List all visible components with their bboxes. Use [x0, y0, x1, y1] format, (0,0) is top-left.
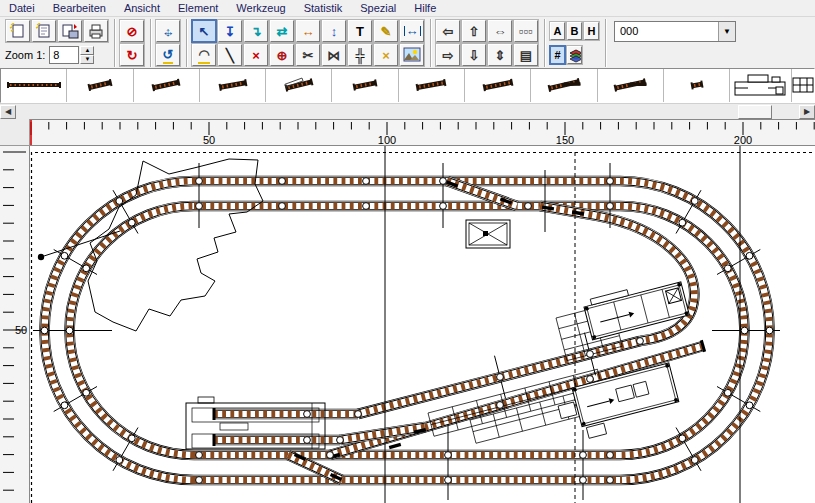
track-joint — [607, 178, 614, 185]
shift-right-button[interactable]: ⇨ — [436, 44, 460, 66]
insert-tool[interactable]: ↧ — [218, 20, 242, 42]
landscape-button[interactable] — [400, 44, 424, 66]
track-piece-8[interactable] — [465, 69, 531, 102]
arc-tool[interactable]: ◠ — [192, 44, 216, 66]
menu-werkzeug[interactable]: Werkzeug — [227, 1, 294, 15]
draw-tool[interactable]: ✎ — [374, 20, 398, 42]
track-joint — [83, 265, 90, 272]
layer-h-button[interactable]: H — [584, 22, 599, 40]
layer-a-button[interactable]: A — [550, 22, 565, 40]
track-piece-4[interactable] — [200, 69, 266, 102]
menu-ansicht[interactable]: Ansicht — [115, 1, 169, 15]
svg-text:100: 100 — [378, 134, 396, 146]
distribute-h-button[interactable]: ▫▫▫ — [514, 20, 538, 42]
scrollbar-thumb[interactable] — [738, 105, 772, 119]
distribute-v-button[interactable]: ▤ — [514, 44, 538, 66]
track-straight-long[interactable] — [1, 69, 67, 102]
zoom-in-tool[interactable]: ⊕ — [270, 44, 294, 66]
track-joint — [679, 435, 686, 442]
file-open-button[interactable] — [32, 20, 56, 42]
select-tool[interactable]: ↖ — [192, 20, 216, 42]
stretch-v-tool[interactable]: ↕ — [322, 20, 346, 42]
track-plan-canvas[interactable] — [30, 146, 815, 503]
menu-bearbeiten[interactable]: Bearbeiten — [44, 1, 115, 15]
track-joint — [279, 203, 286, 210]
move-tool[interactable]: ╬ — [348, 44, 372, 66]
disconnect-tool[interactable]: ⇄ — [270, 20, 294, 42]
fit-view-button[interactable]: ↔↕ — [156, 20, 180, 42]
shift-down-button[interactable]: ⇩ — [462, 44, 486, 66]
file-save-button[interactable] — [58, 20, 82, 42]
locomotive-icon[interactable] — [730, 69, 792, 102]
svg-text:200: 200 — [734, 134, 752, 146]
printer-icon — [87, 23, 105, 39]
vertical-stretch-icon: ↕ — [331, 24, 338, 39]
scissors-tool[interactable]: ✂ — [296, 44, 320, 66]
shift-up-button[interactable]: ⇧ — [462, 20, 486, 42]
abort-button[interactable]: ⊘ — [120, 20, 144, 42]
track-joint — [587, 376, 594, 383]
track-joint — [607, 477, 614, 484]
scissors-icon: ✂ — [303, 48, 314, 63]
turnout-mark — [542, 207, 554, 209]
shift-left-button[interactable]: ⇦ — [436, 20, 460, 42]
track-joint — [497, 402, 504, 409]
stretch-h-tool[interactable]: ↔ — [296, 20, 320, 42]
menu-hilfe[interactable]: Hilfe — [405, 1, 445, 15]
track-joint — [607, 203, 614, 210]
file-new-button[interactable] — [6, 20, 30, 42]
page-open-icon — [35, 23, 53, 39]
zoom-up-button[interactable]: ▲ — [80, 46, 94, 55]
join-tool[interactable]: ⋈ — [322, 44, 346, 66]
table-grid-icon[interactable] — [792, 69, 814, 102]
track-piece-6[interactable] — [332, 69, 398, 102]
palette-scrollbar[interactable]: ◀ ▶ — [0, 103, 815, 119]
zoom-down-button[interactable]: ▼ — [80, 55, 94, 64]
refresh-button[interactable]: ↻ — [120, 44, 144, 66]
arrow-up-down-icon: ⇕ — [495, 48, 506, 63]
building-symbol — [466, 220, 510, 248]
layers-button[interactable] — [567, 46, 582, 64]
shift-vertical-button[interactable]: ⇕ — [488, 44, 512, 66]
track-joint — [724, 389, 731, 396]
layers-icon — [568, 47, 581, 63]
shift-horizontal-button[interactable]: ⇔ — [488, 20, 512, 42]
track-joint — [66, 327, 73, 334]
stacked-list-icon: ▤ — [520, 48, 532, 63]
svg-text:50: 50 — [203, 134, 215, 146]
arrow-left-right-icon: ⇔ — [494, 24, 507, 39]
rotate-button[interactable]: ↺ — [156, 44, 180, 66]
track-joint — [116, 457, 123, 464]
connect-tool[interactable]: ↴ — [244, 20, 268, 42]
track-piece-11[interactable] — [664, 69, 730, 102]
cut-track-tool[interactable]: × — [244, 44, 268, 66]
menu-datei[interactable]: Datei — [0, 1, 44, 15]
scroll-right-button[interactable]: ▶ — [799, 105, 815, 119]
layer-b-button[interactable]: B — [567, 22, 582, 40]
line-tool[interactable]: ╲ — [218, 44, 242, 66]
layer-combo[interactable]: 000▼ — [614, 21, 736, 42]
track-piece-5[interactable] — [266, 69, 332, 102]
track-piece-10[interactable] — [598, 69, 664, 102]
track-piece-9[interactable] — [531, 69, 597, 102]
track-joint — [327, 452, 334, 459]
menu-element[interactable]: Element — [169, 1, 227, 15]
track-piece-7[interactable] — [399, 69, 465, 102]
scroll-left-button[interactable]: ◀ — [0, 105, 16, 119]
diagonal-line-icon: ╲ — [226, 48, 234, 63]
track-piece-2[interactable] — [67, 69, 133, 102]
menu-spezial[interactable]: Spezial — [351, 1, 405, 15]
disk-save-icon — [61, 23, 79, 39]
track-piece-3[interactable] — [134, 69, 200, 102]
print-button[interactable] — [84, 20, 108, 42]
text-tool[interactable]: T — [348, 20, 372, 42]
menu-statistik[interactable]: Statistik — [295, 1, 352, 15]
horizontal-stretch-icon: ↔ — [302, 24, 315, 39]
track-joint — [741, 327, 748, 334]
flex-tool[interactable]: × — [374, 44, 398, 66]
zoom-input[interactable] — [49, 46, 79, 64]
combo-dropdown-button[interactable]: ▼ — [718, 22, 735, 41]
measure-tool[interactable]: ↔ — [400, 20, 424, 42]
insert-down-icon: ↧ — [225, 24, 236, 39]
grid-toggle-button[interactable]: # — [550, 46, 565, 64]
